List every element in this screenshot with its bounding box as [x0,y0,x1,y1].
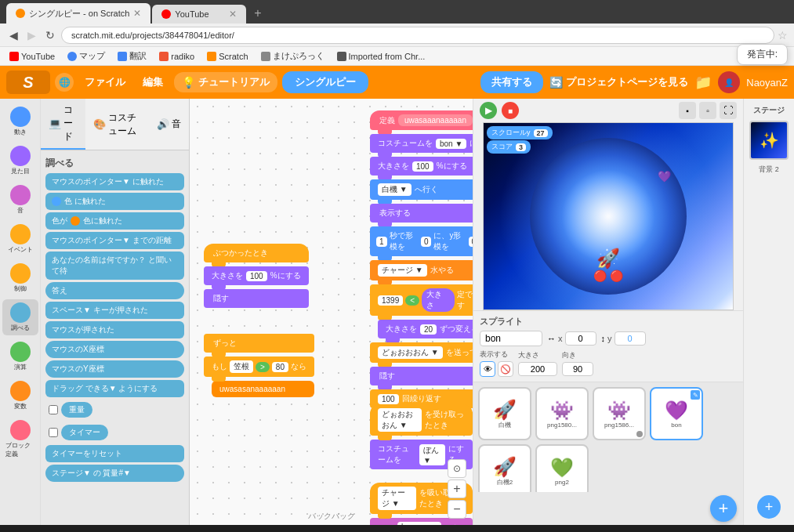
block-custom-call[interactable]: uwasasanaaaaaan [212,381,314,397]
block-forever-hat[interactable]: ずっと [204,334,314,353]
zoom-in-button[interactable]: + [448,480,466,498]
stage-view-normal[interactable]: ▫ [699,102,716,119]
block-repeat-until[interactable]: 1399 < 大きさ 定で繰り返す [370,284,473,316]
block-item-color-touch[interactable]: 色 に触れた [45,193,184,210]
vis-show-icon[interactable]: 👁 [480,361,495,377]
block-charge-water[interactable]: チャージ ▼ 水やる [370,260,473,280]
nav-file[interactable]: ファイル [78,72,132,92]
stop-button[interactable]: ■ [502,102,519,119]
nav-back[interactable]: ◀ [6,27,21,43]
project-page-btn[interactable]: 🔄 プロジェクトページを見る [549,75,688,89]
x-value-input[interactable] [565,331,596,346]
sprite-thumb-png2[interactable]: 💚 png2 [535,444,589,492]
block-item-answer[interactable]: 答え [45,282,184,299]
direction-input[interactable] [562,362,593,376]
tutorial-btn[interactable]: 💡 チュートリアル [174,72,277,92]
sprite-thumb-hakki2[interactable]: 🚀 白機2 [478,444,531,492]
weight-checkbox[interactable] [49,405,58,414]
sprite-thumb-png1580[interactable]: 👾 png1580... [535,387,589,440]
nav-edit[interactable]: 編集 [136,72,169,92]
scratch-globe-icon[interactable]: 🌐 [55,73,74,92]
block-size-100[interactable]: 大きさを 100 %にする [204,266,309,285]
zoom-out-button[interactable]: − [448,500,466,519]
block-glide[interactable]: 1 秒で形模を 0 に、y形模を 0 に変える [370,226,473,256]
block-size-100b[interactable]: 大きさを 100 %にする [370,157,473,176]
sidebar-icon-myblocks[interactable]: ブロック定義 [2,417,38,461]
block-item-drag[interactable]: ドラッグ できる▼ ようにする [45,380,184,397]
sidebar-icon-looks[interactable]: 見た目 [2,143,38,179]
zoom-fit-button[interactable]: ⊙ [448,459,466,478]
tab-close-scratch[interactable]: ✕ [133,8,141,19]
block-item-distance[interactable]: マウスのポインター▼ までの距離 [45,232,184,249]
stage-view-small[interactable]: ▪ [679,102,696,119]
stage-view-fullscreen[interactable]: ⛶ [720,102,737,119]
bookmark-radiko[interactable]: radiko [156,50,198,63]
sprite-thumb-png1586[interactable]: 👾 png1586... [593,387,646,440]
sidebar-icon-variables[interactable]: 変数 [2,378,38,414]
add-backdrop-button[interactable]: + [757,495,781,519]
timer-checkbox[interactable] [49,428,58,437]
script-area[interactable]: ぶつかったとき 大きさを 100 %にする 隠す ずっと もし 笠根 > [190,99,473,525]
block-show[interactable]: 表示する [370,204,473,223]
bookmark-maprock[interactable]: まけぷろっく [258,49,328,63]
add-sprite-button[interactable]: + [710,495,737,522]
block-change-size[interactable]: 大きさを 20 ずつ変える [378,320,473,338]
tab-youtube[interactable]: YouTube ✕ [152,5,246,24]
block-item-touch[interactable]: マウスのポインター▼ に触れた [45,173,184,190]
y-value-input[interactable] [615,331,646,346]
block-item-weight[interactable]: 重量 [45,400,184,420]
sprite-thumb-hakki[interactable]: 🚀 白機 [478,387,531,440]
block-define-hat[interactable]: 定義 uwasaaanaaaaan [370,110,473,130]
sprite-name-input[interactable] [480,331,542,346]
tab-sound[interactable]: 🔊 音 [149,99,189,150]
tab-close-youtube[interactable]: ✕ [229,9,237,20]
user-avatar[interactable]: 👤 [718,71,740,93]
sidebar-icon-events[interactable]: イベント [2,221,38,257]
stage-thumb[interactable]: ✨ [749,121,789,160]
block-costume-bon[interactable]: コスチュームを bon ▼ にする [370,134,473,153]
scratch-logo[interactable]: S [6,71,50,94]
user-name[interactable]: NaoyanZ [746,77,788,89]
block-receive-hat[interactable]: どぉおおおん ▼ を受け取ったとき [370,404,473,436]
block-item-timer[interactable]: タイマー [45,422,184,443]
block-item-color-color[interactable]: 色が 色に触れた [45,212,184,230]
block-item-mouse-x[interactable]: マウスのX座標 [45,341,184,358]
folder-icon[interactable]: 📁 [694,74,712,91]
bookmark-scratch[interactable]: Scratch [204,50,251,63]
sidebar-icon-motion[interactable]: 動き [2,103,38,139]
nav-forward[interactable]: ▶ [24,27,39,43]
sprite-thumb-bon[interactable]: 💜 bon ✎ [650,387,703,440]
green-flag-button[interactable]: ▶ [480,102,497,119]
block-play-until[interactable]: 移わるまで beam-gun-charge1 ▼ の音を鳴らす [370,518,473,525]
vis-hide-icon[interactable]: 🚫 [498,361,513,377]
tab-costume[interactable]: 🎨 コスチューム [85,99,149,150]
tab-scratch[interactable]: シングルピー - on Scratch ✕ [6,3,150,24]
bookmark-star[interactable]: ☆ [778,29,788,42]
bookmark-youtube[interactable]: YouTube [6,50,58,63]
nav-reload[interactable]: ↻ [42,27,58,43]
block-item-mouse-pressed[interactable]: マウスが押された [45,321,184,338]
new-tab-button[interactable]: + [248,3,267,24]
block-item-mouse-y[interactable]: マウスのY座標 [45,360,184,378]
block-item-timer-reset[interactable]: タイマーをリセット [45,445,184,462]
sidebar-icon-operators[interactable]: 演算 [2,338,38,375]
share-button[interactable]: 共有する [480,71,543,93]
sidebar-icon-control[interactable]: 制御 [2,260,38,296]
block-hide[interactable]: 隠す [204,289,309,308]
bookmark-imported[interactable]: Imported from Chr... [334,50,429,63]
size-input[interactable] [518,362,557,376]
block-broadcast-wait[interactable]: どぉおおおん ▼ を送って待つ [370,342,473,363]
sidebar-icon-sound[interactable]: 音 [2,182,38,218]
bookmark-map[interactable]: マップ [64,49,108,63]
project-name-display[interactable]: シングルピー [282,71,368,93]
block-collide-hat[interactable]: ぶつかったとき [204,244,309,262]
bookmark-translate[interactable]: 翻訳 [114,49,150,63]
block-item-key[interactable]: スペース▼ キーが押された [45,302,184,319]
block-hide2[interactable]: 隠す [370,367,473,385]
address-bar[interactable]: scratch.mit.edu/projects/384478041/edito… [61,27,774,44]
tab-code[interactable]: 💻 コード [41,99,85,150]
block-item-stage-attr[interactable]: ステージ▼ の 質量#▼ [45,465,184,482]
sidebar-icon-sensing[interactable]: 調べる [2,299,38,335]
block-if-gt[interactable]: もし 笠根 > 80 なら [204,356,314,377]
block-goto-hakki[interactable]: 白機 ▼ へ行く [370,179,473,200]
